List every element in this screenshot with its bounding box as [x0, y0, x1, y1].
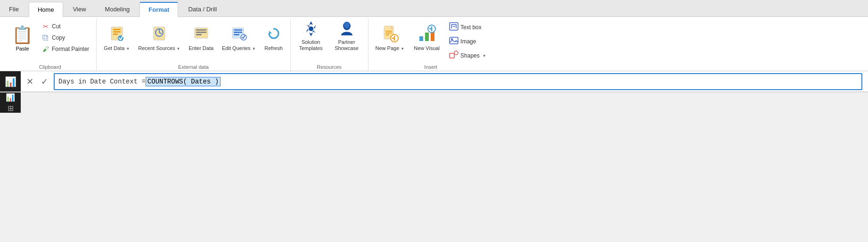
insert-group-label: Insert: [368, 64, 493, 70]
svg-rect-22: [385, 31, 392, 32]
text-box-button[interactable]: Text box: [446, 21, 490, 34]
svg-rect-12: [234, 29, 242, 31]
new-visual-label: New Visual: [414, 45, 440, 51]
svg-rect-1: [113, 29, 121, 30]
recent-sources-label: Recent Sources▼: [138, 45, 180, 51]
svg-rect-13: [234, 32, 242, 33]
formula-controls: ✕ ✓: [21, 75, 54, 88]
svg-rect-9: [196, 32, 206, 33]
get-data-label: Get Data▼: [104, 45, 130, 51]
svg-rect-23: [385, 33, 392, 33]
cut-label: Cut: [52, 23, 61, 30]
svg-rect-2: [113, 31, 121, 33]
chart-icon: 📊: [5, 76, 16, 87]
sidebar-chart-view-icon[interactable]: 📊: [6, 93, 15, 102]
copy-button[interactable]: ⿻ Copy: [38, 32, 92, 43]
get-data-icon: [107, 23, 126, 44]
format-painter-icon: 🖌: [41, 45, 50, 53]
recent-sources-icon: [150, 23, 169, 44]
formula-highlight: COUNTROWS( Dates ): [146, 77, 221, 86]
cut-icon: ✂: [41, 23, 50, 30]
image-icon: [449, 36, 459, 47]
new-page-button[interactable]: New Page▼: [372, 21, 408, 54]
edit-queries-button[interactable]: Edit Queries▼: [219, 21, 259, 54]
new-visual-button[interactable]: New Visual: [410, 21, 443, 54]
shapes-label: Shapes: [460, 52, 480, 59]
enter-data-icon: [192, 23, 211, 44]
edit-queries-icon: [229, 23, 248, 44]
solution-templates-button[interactable]: Solution Templates: [295, 21, 328, 54]
shapes-dropdown-arrow: ▼: [483, 54, 486, 58]
svg-rect-27: [425, 33, 429, 41]
clipboard-group: 📋 Paste ✂ Cut ⿻ Copy 🖌 Format Pain: [4, 19, 97, 71]
svg-rect-10: [196, 34, 202, 35]
svg-rect-8: [196, 29, 206, 31]
svg-rect-14: [234, 34, 239, 35]
ribbon: 📋 Paste ✂ Cut ⿻ Copy 🖌 Format Pain: [0, 17, 868, 71]
solution-templates-label: Solution Templates: [298, 39, 324, 51]
svg-rect-3: [113, 33, 118, 35]
get-data-button[interactable]: Get Data▼: [100, 21, 133, 54]
refresh-label: Refresh: [264, 45, 283, 51]
tab-view[interactable]: View: [64, 1, 95, 17]
tab-bar: File Home View Modeling Format Data / Dr…: [0, 0, 868, 17]
partner-showcase-icon: [337, 19, 356, 38]
new-page-icon: [380, 23, 399, 44]
resources-group: Solution Templates Partner Showcase Reso…: [291, 19, 368, 71]
sidebar-table-view-icon[interactable]: ⊞: [8, 104, 14, 113]
external-data-group-label: External data: [97, 64, 290, 70]
sidebar-chart-icon: 📊: [0, 71, 21, 92]
tab-file[interactable]: File: [0, 1, 28, 17]
enter-data-button[interactable]: Enter Data: [186, 21, 217, 54]
refresh-button[interactable]: Refresh: [261, 21, 287, 54]
copy-label: Copy: [52, 34, 65, 41]
new-page-label: New Page▼: [376, 45, 405, 51]
text-box-icon: [449, 22, 459, 33]
svg-rect-26: [419, 36, 423, 41]
enter-data-label: Enter Data: [189, 45, 214, 51]
shapes-button[interactable]: Shapes ▼: [446, 49, 490, 62]
clipboard-group-label: Clipboard: [4, 64, 96, 70]
svg-rect-24: [385, 34, 389, 35]
refresh-icon: [264, 23, 283, 44]
external-data-group: Get Data▼ Recent Sources▼: [97, 19, 290, 71]
format-painter-label: Format Painter: [52, 46, 89, 52]
shapes-icon: [449, 50, 459, 61]
recent-sources-button[interactable]: Recent Sources▼: [135, 21, 183, 54]
new-visual-icon: [418, 23, 436, 44]
paste-label: Paste: [16, 46, 29, 51]
tab-modeling[interactable]: Modeling: [96, 1, 139, 17]
svg-point-17: [309, 26, 313, 31]
partner-showcase-label: Partner Showcase: [333, 39, 361, 51]
bottom-bar: 📊 ⊞: [0, 92, 868, 113]
formula-text-before: Days in Date Context =: [58, 78, 146, 85]
format-painter-button[interactable]: 🖌 Format Painter: [38, 43, 92, 55]
text-box-label: Text box: [460, 24, 482, 31]
resources-group-label: Resources: [291, 64, 368, 70]
svg-point-34: [454, 51, 458, 55]
svg-rect-31: [450, 37, 458, 44]
partner-showcase-button[interactable]: Partner Showcase: [329, 21, 364, 54]
formula-bar: 📊 ✕ ✓ Days in Date Context = COUNTROWS( …: [0, 71, 868, 92]
formula-input[interactable]: Days in Date Context = COUNTROWS( Dates …: [54, 73, 862, 90]
image-button[interactable]: Image: [446, 35, 490, 48]
svg-rect-33: [450, 53, 454, 58]
tab-home[interactable]: Home: [29, 2, 63, 17]
formula-confirm-button[interactable]: ✓: [39, 75, 50, 88]
cut-button[interactable]: ✂ Cut: [38, 21, 92, 32]
image-label: Image: [460, 38, 476, 45]
solution-templates-icon: [302, 19, 320, 38]
svg-marker-16: [269, 31, 272, 33]
tab-data-drill[interactable]: Data / Drill: [179, 1, 226, 17]
copy-icon: ⿻: [41, 34, 50, 42]
paste-icon: 📋: [12, 25, 33, 45]
svg-point-19: [344, 22, 350, 28]
paste-button[interactable]: 📋 Paste: [8, 21, 37, 54]
formula-cancel-button[interactable]: ✕: [25, 75, 35, 88]
tab-format[interactable]: Format: [139, 2, 178, 17]
sidebar-icons: 📊 ⊞: [0, 92, 21, 113]
edit-queries-label: Edit Queries▼: [222, 45, 255, 51]
insert-group: New Page▼ New Visual: [368, 19, 493, 71]
